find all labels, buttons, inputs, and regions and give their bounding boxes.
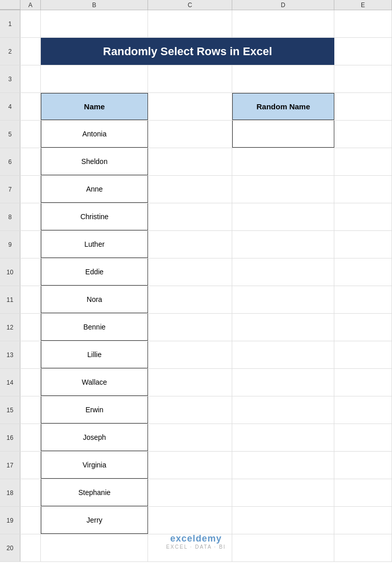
cell-d14 (232, 369, 334, 396)
cell-c12 (148, 314, 232, 341)
cell-e9 (334, 231, 392, 258)
row-header-3: 3 (0, 65, 20, 92)
cell-e2 (334, 38, 392, 65)
cell-c10 (148, 258, 232, 286)
cell-e5 (334, 121, 392, 148)
cell-c8 (148, 203, 232, 230)
row-header-11: 11 (0, 286, 20, 313)
watermark-sub: EXCEL · DATA · BI (166, 544, 226, 550)
row-15: 15 Erwin (0, 396, 392, 424)
cell-c5 (148, 121, 232, 148)
row-header-10: 10 (0, 258, 20, 286)
cell-e1 (334, 10, 392, 37)
row-header-13: 13 (0, 341, 20, 368)
row-16: 16 Joseph (0, 424, 392, 452)
name-antonia: Antonia (41, 121, 148, 148)
row-header-18: 18 (0, 479, 20, 506)
cell-c16 (148, 424, 232, 451)
cell-c19 (148, 507, 232, 534)
name-nora: Nora (41, 286, 148, 313)
cell-a6 (20, 148, 41, 175)
cell-d19 (232, 507, 334, 534)
cell-a1 (20, 10, 41, 37)
cell-c6 (148, 148, 232, 175)
cell-e6 (334, 148, 392, 175)
cell-d13 (232, 341, 334, 368)
name-lillie: Lillie (41, 341, 148, 368)
cell-a3 (20, 65, 41, 92)
row-11: 11 Nora (0, 286, 392, 314)
name-virginia: Virginia (41, 452, 148, 479)
row-10: 10 Eddie (0, 258, 392, 286)
row-header-5: 5 (0, 121, 20, 148)
random-value-cell (232, 121, 334, 148)
row-6: 6 Sheldon (0, 148, 392, 176)
cell-e11 (334, 286, 392, 313)
corner-cell (0, 0, 20, 10)
cell-d18 (232, 479, 334, 506)
cell-c4 (148, 93, 232, 120)
row-header-7: 7 (0, 176, 20, 203)
col-header-d: D (232, 0, 334, 10)
cell-a10 (20, 258, 41, 286)
cell-d17 (232, 452, 334, 479)
name-stephanie: Stephanie (41, 479, 148, 506)
row-4: 4 Name Random Name (0, 93, 392, 121)
row-2: 2 Randomly Select Rows in Excel (0, 38, 392, 65)
row-header-9: 9 (0, 231, 20, 258)
cell-a14 (20, 369, 41, 396)
name-jerry: Jerry (41, 507, 148, 534)
cell-c15 (148, 396, 232, 424)
name-erwin: Erwin (41, 396, 148, 424)
random-name-header: Random Name (232, 93, 334, 120)
row-header-17: 17 (0, 452, 20, 479)
cell-e10 (334, 258, 392, 286)
cell-a15 (20, 396, 41, 424)
row-header-19: 19 (0, 507, 20, 534)
cell-d11 (232, 286, 334, 313)
spreadsheet: A B C D E 1 2 Randomly Select Rows in Ex… (0, 0, 392, 564)
cell-d3 (232, 65, 334, 92)
row-header-1: 1 (0, 10, 20, 37)
row-5: 5 Antonia (0, 121, 392, 148)
cell-b20 (41, 534, 148, 561)
cell-b1 (41, 10, 148, 37)
title-cell: Randomly Select Rows in Excel (41, 38, 334, 65)
cell-e7 (334, 176, 392, 203)
col-header-c: C (148, 0, 232, 10)
watermark: exceldemy EXCEL · DATA · BI (166, 533, 226, 550)
cell-a4 (20, 93, 41, 120)
cell-d20 (232, 534, 334, 561)
cell-a19 (20, 507, 41, 534)
cell-e4 (334, 93, 392, 120)
cell-c11 (148, 286, 232, 313)
row-14: 14 Wallace (0, 369, 392, 396)
row-header-14: 14 (0, 369, 20, 396)
cell-e20 (334, 534, 392, 561)
name-joseph: Joseph (41, 424, 148, 451)
cell-a5 (20, 121, 41, 148)
cell-a13 (20, 341, 41, 368)
name-eddie: Eddie (41, 258, 148, 286)
row-7: 7 Anne (0, 176, 392, 203)
row-13: 13 Lillie (0, 341, 392, 369)
name-sheldon: Sheldon (41, 148, 148, 175)
cell-a16 (20, 424, 41, 451)
column-headers: A B C D E (0, 0, 392, 10)
col-header-b: B (41, 0, 148, 10)
cell-e18 (334, 479, 392, 506)
row-1: 1 (0, 10, 392, 38)
cell-a12 (20, 314, 41, 341)
cell-c1 (148, 10, 232, 37)
row-header-4: 4 (0, 93, 20, 120)
row-3: 3 (0, 65, 392, 93)
cell-c17 (148, 452, 232, 479)
row-17: 17 Virginia (0, 452, 392, 479)
row-header-2: 2 (0, 38, 20, 65)
row-18: 18 Stephanie (0, 479, 392, 507)
cell-c18 (148, 479, 232, 506)
cell-e13 (334, 341, 392, 368)
name-wallace: Wallace (41, 369, 148, 396)
name-bennie: Bennie (41, 314, 148, 341)
cell-c9 (148, 231, 232, 258)
